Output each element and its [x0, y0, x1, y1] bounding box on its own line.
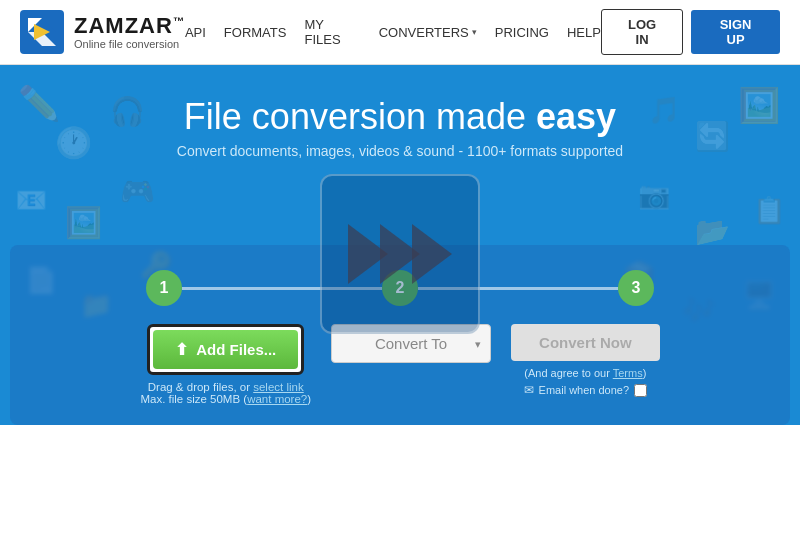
nav-links: API FORMATS MY FILES CONVERTERS ▾ PRICIN…: [185, 17, 601, 47]
deco-gameboy-icon: 🎮: [120, 175, 155, 208]
actions-row: ⬆ Add Files... Drag & drop files, or sel…: [40, 324, 760, 405]
nav-buttons: LOG IN SIGN UP: [601, 9, 780, 55]
nav-converters[interactable]: CONVERTERS ▾: [379, 25, 477, 40]
deco-headphone-icon: 🎧: [110, 95, 145, 128]
deco-image2-icon: 🖼️: [738, 85, 780, 125]
deco-music-icon: 🎵: [648, 95, 680, 126]
step3-col: Convert Now (And agree to our Terms) ✉ E…: [511, 324, 660, 397]
email-icon: ✉: [524, 383, 534, 397]
login-button[interactable]: LOG IN: [601, 9, 683, 55]
logo-area: ZAMZAR™ Online file conversion: [20, 10, 185, 54]
want-more-link[interactable]: want more?: [247, 393, 307, 405]
hero-subtitle: Convert documents, images, videos & soun…: [177, 143, 623, 159]
nav-api[interactable]: API: [185, 25, 206, 40]
nav-help[interactable]: HELP: [567, 25, 601, 40]
step-3-circle: 3: [618, 270, 654, 306]
nav-my-files[interactable]: MY FILES: [304, 17, 360, 47]
nav-pricing[interactable]: PRICING: [495, 25, 549, 40]
email-row: ✉ Email when done?: [524, 383, 648, 397]
zamzar-logo-icon: [20, 10, 64, 54]
deco-folder2-icon: 📂: [695, 215, 730, 248]
deco-refresh-icon: 🔄: [695, 120, 730, 153]
signup-button[interactable]: SIGN UP: [691, 10, 780, 54]
deco-pencil-icon: ✏️: [18, 83, 60, 123]
add-files-button[interactable]: ⬆ Add Files...: [153, 330, 298, 369]
upload-icon: ⬆: [175, 340, 188, 359]
deco-image-icon: 🖼️: [65, 205, 102, 240]
terms-link[interactable]: Terms: [613, 367, 643, 379]
hero-section: ✏️ 🕐 🎧 📧 🖼️ 🎮 📄 📁 🔑 🖼️ 🔄 🎵 📋 📂 📷 🖥️ 🎶 📦 …: [0, 65, 800, 425]
select-link[interactable]: select link: [253, 381, 304, 393]
deco-email-icon: 📧: [15, 185, 47, 216]
deco-clip-icon: 📋: [753, 195, 785, 226]
logo-text-area: ZAMZAR™ Online file conversion: [74, 14, 185, 50]
deco-clock-icon: 🕐: [55, 125, 92, 160]
logo-subtitle: Online file conversion: [74, 38, 185, 50]
converters-chevron-icon: ▾: [472, 27, 477, 37]
step-1-circle: 1: [146, 270, 182, 306]
convert-now-button[interactable]: Convert Now: [511, 324, 660, 361]
email-checkbox[interactable]: [634, 384, 647, 397]
add-files-wrapper[interactable]: ⬆ Add Files...: [147, 324, 304, 375]
convert-hint: (And agree to our Terms): [524, 367, 646, 379]
hero-logo-animation: [320, 174, 480, 334]
nav-formats[interactable]: FORMATS: [224, 25, 287, 40]
header: ZAMZAR™ Online file conversion API FORMA…: [0, 0, 800, 65]
file-hint: Drag & drop files, or select link Max. f…: [140, 381, 311, 405]
hero-title: File conversion made easy: [184, 95, 616, 138]
logo-name: ZAMZAR™: [74, 14, 185, 38]
deco-photo-icon: 📷: [638, 180, 670, 211]
play-arrows: [348, 224, 452, 284]
arrow3: [412, 224, 452, 284]
step1-col: ⬆ Add Files... Drag & drop files, or sel…: [140, 324, 311, 405]
